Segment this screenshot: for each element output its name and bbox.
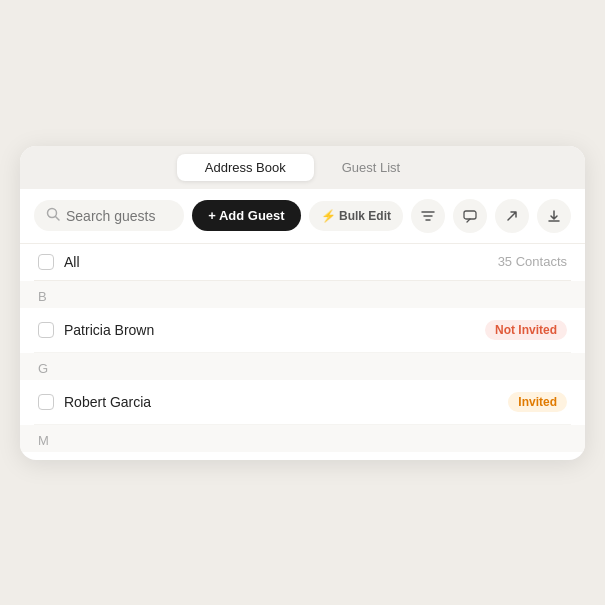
message-button[interactable]	[453, 199, 487, 233]
tab-bar: Address Book Guest List	[20, 146, 585, 189]
main-card: Address Book Guest List + Add Guest ⚡ Bu…	[20, 146, 585, 460]
status-badge-patricia: Not Invited	[485, 320, 567, 340]
guest-name-patricia: Patricia Brown	[64, 322, 154, 338]
table-row: Patricia Brown Not Invited	[34, 308, 571, 353]
all-row-left: All	[38, 254, 80, 270]
svg-line-1	[56, 217, 60, 221]
bulk-edit-button[interactable]: ⚡ Bulk Edit	[309, 201, 403, 231]
guest-left: Patricia Brown	[38, 322, 154, 338]
search-icon	[46, 207, 60, 224]
search-box	[34, 200, 184, 231]
guest-list: All 35 Contacts B Patricia Brown Not Inv…	[20, 244, 585, 452]
share-button[interactable]	[495, 199, 529, 233]
status-badge-robert: Invited	[508, 392, 567, 412]
contacts-count: 35 Contacts	[498, 254, 567, 269]
add-guest-button[interactable]: + Add Guest	[192, 200, 300, 231]
filter-button[interactable]	[411, 199, 445, 233]
tab-address-book[interactable]: Address Book	[177, 154, 314, 181]
svg-rect-2	[464, 211, 476, 219]
guest-left: Robert Garcia	[38, 394, 151, 410]
table-row: Robert Garcia Invited	[34, 380, 571, 425]
all-label: All	[64, 254, 80, 270]
download-button[interactable]	[537, 199, 571, 233]
guest-checkbox-robert[interactable]	[38, 394, 54, 410]
section-header-b: B	[20, 281, 585, 308]
all-row: All 35 Contacts	[34, 244, 571, 281]
guest-name-robert: Robert Garcia	[64, 394, 151, 410]
guest-checkbox-patricia[interactable]	[38, 322, 54, 338]
search-input[interactable]	[66, 208, 172, 224]
section-header-g: G	[20, 353, 585, 380]
all-checkbox[interactable]	[38, 254, 54, 270]
toolbar: + Add Guest ⚡ Bulk Edit	[20, 189, 585, 244]
tab-guest-list[interactable]: Guest List	[314, 154, 429, 181]
section-header-m: M	[20, 425, 585, 452]
